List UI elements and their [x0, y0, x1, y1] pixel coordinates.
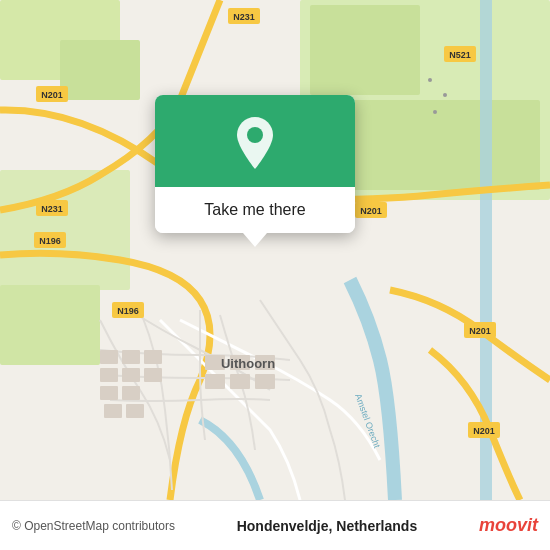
location-pin-icon	[233, 117, 277, 169]
popup-card: Take me there	[155, 95, 355, 233]
svg-rect-11	[144, 350, 162, 364]
moovit-brand-name: moovit	[479, 515, 538, 536]
svg-text:N196: N196	[39, 236, 61, 246]
svg-text:Uithoorn: Uithoorn	[221, 356, 275, 371]
footer-location-label: Hondenveldje, Netherlands	[237, 517, 417, 535]
svg-text:N201: N201	[473, 426, 495, 436]
copyright-text: © OpenStreetMap contributors	[12, 519, 175, 533]
take-me-there-button[interactable]: Take me there	[155, 187, 355, 233]
svg-rect-9	[100, 350, 118, 364]
svg-rect-7	[0, 285, 100, 365]
svg-rect-23	[230, 374, 250, 389]
svg-point-46	[428, 78, 432, 82]
svg-rect-12	[100, 368, 118, 382]
svg-text:N201: N201	[469, 326, 491, 336]
footer-left: © OpenStreetMap contributors	[12, 519, 175, 533]
svg-text:N201: N201	[41, 90, 63, 100]
svg-point-48	[433, 110, 437, 114]
svg-text:N521: N521	[449, 50, 471, 60]
svg-rect-24	[255, 374, 275, 389]
footer: © OpenStreetMap contributors Hondenveldj…	[0, 500, 550, 550]
svg-rect-18	[126, 404, 144, 418]
svg-rect-2	[310, 5, 420, 95]
map-container: N231 N521 N201 N231 N201 N201 N196 N196 …	[0, 0, 550, 500]
popup-pointer	[243, 233, 267, 247]
svg-text:N231: N231	[41, 204, 63, 214]
svg-text:N231: N231	[233, 12, 255, 22]
svg-rect-17	[104, 404, 122, 418]
svg-text:N201: N201	[360, 206, 382, 216]
moovit-logo: moovit	[479, 515, 538, 536]
svg-text:N196: N196	[117, 306, 139, 316]
svg-rect-16	[122, 386, 140, 400]
svg-rect-3	[350, 100, 540, 190]
svg-rect-14	[144, 368, 162, 382]
svg-point-50	[247, 127, 263, 143]
svg-rect-6	[0, 170, 130, 290]
svg-rect-5	[60, 40, 140, 100]
svg-rect-15	[100, 386, 118, 400]
svg-rect-10	[122, 350, 140, 364]
svg-rect-13	[122, 368, 140, 382]
svg-point-47	[443, 93, 447, 97]
popup-green-area	[155, 95, 355, 187]
location-name: Hondenveldje, Netherlands	[237, 518, 417, 534]
svg-rect-22	[205, 374, 225, 389]
